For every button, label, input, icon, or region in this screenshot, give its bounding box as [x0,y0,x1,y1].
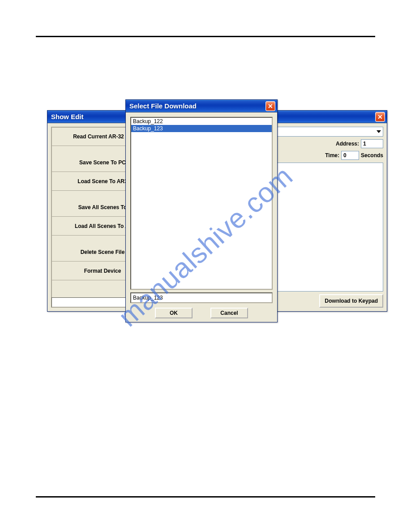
select-file-download-dialog: Select File Download ✕ Backup_122 Backup… [125,99,278,322]
page-rule-top [36,36,375,37]
address-label: Address: [336,141,359,147]
page-rule-bottom [36,496,375,498]
cancel-button[interactable]: Cancel [210,308,248,318]
list-item[interactable]: Backup_122 [131,118,272,125]
file-listbox[interactable]: Backup_122 Backup_123 [130,117,273,290]
close-icon[interactable]: ✕ [265,101,275,111]
seconds-label: Seconds [361,152,383,159]
show-edit-title: Show Edit [51,113,84,120]
list-item[interactable]: Backup_123 [131,125,272,132]
time-label: Time: [325,152,339,159]
download-to-keypad-button[interactable]: Download to Keypad [319,294,383,308]
select-dialog-titlebar: Select File Download ✕ [126,100,277,112]
address-input[interactable]: 1 [361,139,383,148]
selected-file-display: Backup_123 [130,292,273,303]
chevron-down-icon [377,130,381,133]
select-dialog-title: Select File Download [129,102,197,110]
time-input[interactable]: 0 [341,151,359,160]
ok-button[interactable]: OK [155,308,193,318]
close-icon[interactable]: ✕ [375,112,385,122]
